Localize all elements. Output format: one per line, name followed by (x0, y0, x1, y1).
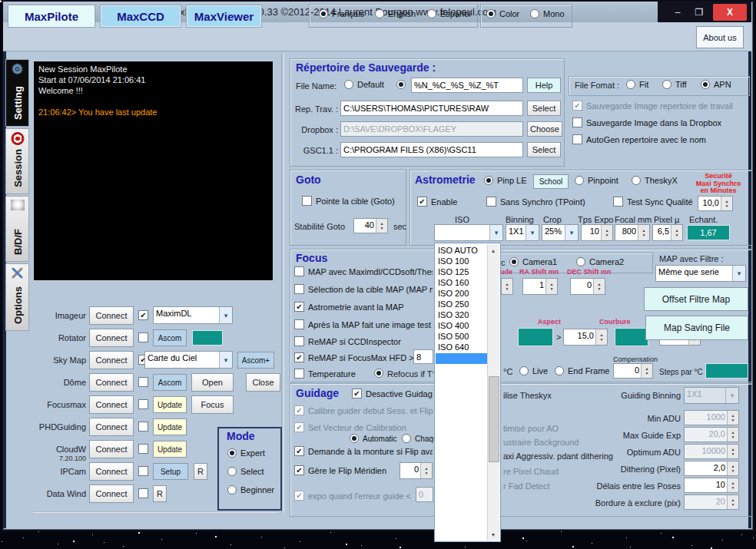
filename-pattern-input[interactable]: %N_%C_%S_%Z_%T (411, 78, 523, 93)
focusmax-checkbox[interactable] (138, 399, 148, 409)
phd-connect-button[interactable]: Connect (89, 418, 134, 436)
cloudw-update-button[interactable]: Update (153, 441, 187, 458)
iso-option[interactable]: ISO 200 (438, 289, 469, 298)
sidebar-item-options[interactable]: Options (5, 263, 29, 331)
rotator-connect-button[interactable]: Connect (89, 329, 134, 347)
binning-combo[interactable]: 1X1▾ (506, 224, 539, 241)
iso-option[interactable]: ISO 100 (438, 256, 469, 266)
check-save-workdir[interactable]: Sauvegarde Image repertoire de travail (572, 101, 733, 111)
radio-english[interactable]: English (375, 9, 416, 18)
crop-combo[interactable]: 25%▾ (542, 224, 579, 241)
iso-option[interactable]: ISO 400 (438, 321, 469, 330)
check-remap-ccdinspector[interactable]: ReMAP si CCDInspector (294, 336, 433, 346)
ra-shift-spinner[interactable]: 1 (522, 278, 558, 295)
guiding-binning-combo[interactable]: 1X1▾ (684, 387, 739, 404)
help-button[interactable]: Help (527, 78, 561, 93)
offset-filtre-map-button[interactable]: Offset Filtre Map (644, 287, 748, 311)
rotator-checkbox[interactable] (138, 332, 148, 342)
dome-connect-button[interactable]: Connect (89, 373, 134, 392)
sidebar-item-bdf[interactable]: B/D/F (5, 196, 29, 262)
check-autogen-dir[interactable]: AutoGen repertoire avec le nom (572, 134, 706, 144)
imageur-checkbox[interactable] (138, 310, 148, 320)
sidebar-item-setting[interactable]: ⚙ Setting (5, 59, 29, 127)
iso-option[interactable]: ISO AUTO (438, 246, 478, 255)
iso-option[interactable]: ISO 125 (438, 267, 469, 276)
maximize-button[interactable]: ❐ (691, 7, 707, 18)
expo-erreur-input[interactable]: 0 (416, 487, 433, 502)
imageur-connect-button[interactable]: Connect (89, 306, 134, 325)
radio-apn[interactable]: APN (701, 80, 731, 89)
check-remap-focusmax[interactable]: ReMAP si FocusMax HFD > (294, 352, 433, 362)
dropbox-input[interactable]: D:\SAVE\DROPBOX\FLAGEY (340, 121, 523, 137)
focusmax-connect-button[interactable]: Connect (89, 395, 134, 414)
cloudw-checkbox[interactable] (138, 444, 148, 454)
security-spinner[interactable]: 10,0 (698, 196, 733, 211)
radio-pinpoint[interactable]: Pinpoint (575, 176, 618, 185)
radio-live[interactable]: Live (519, 366, 548, 375)
delais-poses-spinner[interactable]: 10 (684, 478, 739, 493)
iso-option[interactable]: ISO 250 (438, 299, 469, 309)
aspect-spinner[interactable]: 15,0 (563, 329, 608, 346)
radio-francais[interactable]: Français (319, 9, 364, 18)
rotator-ascom-button[interactable]: Ascom (153, 329, 187, 346)
skymap-connect-button[interactable]: Connect (89, 351, 134, 369)
radio-espanol[interactable]: Español (427, 9, 471, 18)
close-button[interactable]: X (713, 4, 747, 21)
map-saving-file-button[interactable]: Map Saving File (645, 316, 748, 340)
check-save-dropbox[interactable]: Sauvegarde Image dans la Dropbox (572, 117, 721, 127)
check-selection-cible[interactable]: Sélection de la cible MAP (MAP m (294, 284, 433, 294)
check-gere-flip[interactable]: Gère le Flip Méridien (294, 465, 386, 475)
iso-option[interactable]: ISO 500 (438, 332, 469, 341)
stabilite-spinner[interactable]: 40 (353, 218, 388, 233)
phd-checkbox[interactable] (138, 422, 148, 432)
dome-ascom-button[interactable]: Ascom (153, 374, 187, 391)
map-filtre-combo[interactable]: Même que serie▾ (655, 265, 746, 282)
check-test-sync[interactable]: Test Sync Qualité (613, 197, 693, 207)
dropbox-choose-button[interactable]: Choose (527, 121, 562, 137)
gsc-select-button[interactable]: Select (527, 142, 561, 157)
dome-open-button[interactable]: Open (191, 373, 234, 392)
tab-maxviewer[interactable]: MaxViewer (186, 5, 262, 28)
datawind-checkbox[interactable] (138, 488, 148, 498)
check-map-maximdl[interactable]: MAP avec Maximdl/CCDsoft/Thes (294, 266, 433, 276)
minimize-button[interactable]: – (670, 7, 685, 18)
radio-mono[interactable]: Mono (530, 9, 565, 18)
spinner-arrows[interactable] (376, 219, 387, 233)
datawind-r-button[interactable]: R (153, 485, 167, 502)
dropdown-scrollbar[interactable]: ▲ ▼ (487, 244, 499, 541)
radio-fit[interactable]: Fit (626, 80, 648, 89)
tab-maxccd[interactable]: MaxCCD (100, 5, 181, 28)
about-us-button[interactable]: About us (696, 26, 744, 48)
check-calibre-guider[interactable]: Calibre guider debut Sess. et Flip (294, 405, 433, 415)
rep-trav-input[interactable]: C:\USERS\THOMAS\PICTURES\RAW (340, 101, 523, 116)
dome-close-button[interactable]: Close (246, 373, 280, 392)
cloudw-connect-button[interactable]: Connect (89, 440, 134, 458)
scrollbar-thumb[interactable] (489, 376, 499, 462)
check-astrometrie-avant[interactable]: Astrometrie avant la MAP (294, 302, 433, 312)
iso-option-selected[interactable] (436, 353, 489, 364)
mode-radio-beginner[interactable]: Beginner (227, 485, 274, 494)
dithering-spinner[interactable]: 2,0 (684, 461, 739, 476)
imageur-combo[interactable]: MaximDL▾ (153, 306, 233, 324)
pixel-spinner[interactable]: 6,5 (652, 224, 683, 241)
focal-spinner[interactable]: 800 (615, 224, 650, 241)
rep-trav-select-button[interactable]: Select (527, 101, 561, 116)
focusmax-update-button[interactable]: Update (153, 396, 187, 413)
gsc-input[interactable]: C:\PROGRAM FILES (X86)\GSC11 (340, 142, 523, 157)
check-expo-erreur[interactable]: expo quand l'erreur guide < (294, 491, 411, 501)
max-guide-exp-spinner[interactable]: 20,0 (684, 427, 739, 442)
tab-maxpilote[interactable]: MaxPilote (8, 5, 95, 28)
tps-expo-spinner[interactable]: 10 (581, 224, 613, 241)
mode-radio-select[interactable]: Select (227, 467, 264, 476)
hidden-spinner-fragment[interactable] (501, 278, 513, 295)
optimum-adu-spinner[interactable]: 10000 (684, 444, 739, 459)
log-console[interactable]: New Session MaxPilote Start at 07/06/201… (33, 61, 274, 281)
dec-shift-spinner[interactable]: 0 (570, 278, 605, 295)
check-enable[interactable]: Enable (417, 197, 457, 207)
radio-color[interactable]: Color (486, 9, 519, 18)
school-button[interactable]: School (533, 174, 569, 189)
iso-option[interactable]: ISO 320 (438, 310, 469, 319)
ipcam-setup-button[interactable]: Setup (153, 463, 188, 480)
ipcam-checkbox[interactable] (138, 466, 148, 476)
ipcam-r-button[interactable]: R (194, 463, 207, 480)
